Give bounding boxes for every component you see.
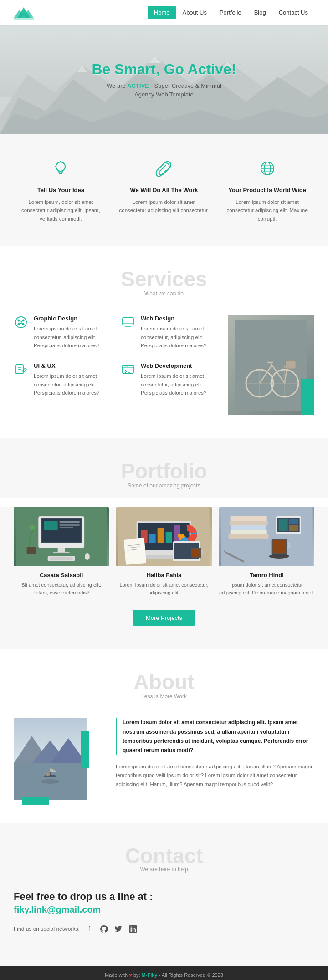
feature-title-work: We Will Do All The Work bbox=[118, 187, 210, 193]
feature-title-idea: Tell Us Your Idea bbox=[15, 187, 106, 193]
service-graphic-desc: Lorem ipsum dolor sit amet consectetur, … bbox=[34, 325, 112, 350]
linkedin-icon[interactable] bbox=[128, 924, 138, 934]
services-col-right: Web Design Lorem ipsum dolor sit amet co… bbox=[121, 315, 219, 410]
portfolio-text-2: Lorem ipsum dolor sit amet consectetur, … bbox=[116, 581, 211, 596]
hero-agency: Agency Web Template bbox=[92, 91, 236, 98]
lightbulb-icon bbox=[49, 157, 72, 180]
svg-rect-69 bbox=[58, 548, 65, 552]
portfolio-title-3: Tamro Hindi bbox=[219, 572, 314, 579]
portfolio-section: Casata Salsabil Sit amet consectetur, ad… bbox=[0, 507, 328, 649]
edit-icon bbox=[14, 362, 28, 377]
feature-item-idea: Tell Us Your Idea Lorem ipsum, dolor sit… bbox=[15, 157, 106, 223]
github-icon[interactable] bbox=[99, 924, 109, 934]
services-image bbox=[228, 315, 314, 415]
services-sub: What we can do bbox=[14, 290, 314, 297]
service-web-dev-text: Web Development Lorem ipsum dolor sit am… bbox=[141, 362, 219, 397]
svg-rect-73 bbox=[27, 547, 36, 554]
about-normal-text: Lorem ipsum dolor sit amet consectetur a… bbox=[116, 762, 314, 789]
service-ui-ux: UI & UX Lorem ipsum dolor sit amet conse… bbox=[14, 362, 112, 397]
svg-rect-80 bbox=[149, 534, 156, 543]
nav-portfolio[interactable]: Portfolio bbox=[213, 6, 248, 19]
nav-blog[interactable]: Blog bbox=[248, 6, 272, 19]
portfolio-grid: Casata Salsabil Sit amet consectetur, ad… bbox=[14, 507, 314, 596]
svg-point-104 bbox=[269, 554, 289, 559]
service-graphic-text: Graphic Design Lorem ipsum dolor sit ame… bbox=[34, 315, 112, 350]
portfolio-header: Portfolio Some of our amazing projects bbox=[0, 438, 328, 498]
feature-item-world: Your Product Is World Wide Lorem ipsum d… bbox=[222, 157, 313, 223]
service-ui-text: UI & UX Lorem ipsum dolor sit amet conse… bbox=[34, 362, 112, 397]
svg-rect-3 bbox=[14, 18, 34, 20]
service-web-dev: Web Development Lorem ipsum dolor sit am… bbox=[121, 362, 219, 397]
contact-sub: We are here to help bbox=[14, 866, 314, 873]
svg-line-17 bbox=[57, 163, 58, 164]
svg-rect-107 bbox=[278, 519, 287, 531]
hero-title: Be Smart, Go Active! bbox=[92, 61, 236, 78]
about-image bbox=[14, 718, 87, 800]
social-row: Find us on social networks: f bbox=[14, 924, 314, 934]
svg-point-29 bbox=[20, 321, 22, 324]
portfolio-title: Portfolio bbox=[14, 461, 314, 482]
svg-rect-70 bbox=[53, 552, 70, 553]
svg-rect-99 bbox=[231, 525, 266, 530]
about-bold-text: Lorem ipsum dolor sit amet consectetur a… bbox=[116, 718, 314, 755]
feature-text-idea: Lorem ipsum, dolor sit amet consectetur … bbox=[15, 198, 106, 223]
code-icon bbox=[121, 362, 135, 377]
svg-marker-120 bbox=[43, 775, 57, 777]
services-title: Services bbox=[14, 269, 314, 289]
svg-rect-75 bbox=[85, 553, 90, 560]
service-web-design: Web Design Lorem ipsum dolor sit amet co… bbox=[121, 315, 219, 350]
portfolio-text-1: Sit amet consectetur, adipiscing elit. T… bbox=[14, 581, 109, 596]
more-projects-button[interactable]: More Projects bbox=[133, 610, 195, 626]
monitor-icon bbox=[121, 315, 135, 330]
service-web-design-desc: Lorem ipsum dolor sit amet consectetur, … bbox=[141, 325, 219, 350]
svg-line-34 bbox=[25, 368, 26, 370]
services-grid: Graphic Design Lorem ipsum dolor sit ame… bbox=[14, 315, 314, 415]
svg-point-28 bbox=[22, 323, 25, 325]
about-sub: Less Is More Work bbox=[14, 693, 314, 700]
svg-point-24 bbox=[15, 317, 26, 328]
service-ui-title: UI & UX bbox=[34, 362, 112, 369]
about-header: About Less Is More Work bbox=[0, 649, 328, 709]
contact-section: Feel free to drop us a line at : fiky.li… bbox=[0, 882, 328, 966]
globe-icon bbox=[256, 157, 279, 180]
svg-point-42 bbox=[125, 366, 126, 367]
services-section: Graphic Design Lorem ipsum dolor sit ame… bbox=[0, 306, 328, 438]
footer-text: Made with ♥ by: M-Fiky - All Rights Rese… bbox=[105, 972, 223, 978]
hero-section: Be Smart, Go Active! We are ACTIVE - Sup… bbox=[0, 25, 328, 134]
paperclip-icon bbox=[152, 157, 176, 180]
portfolio-thumb-1 bbox=[14, 507, 109, 566]
svg-rect-82 bbox=[166, 532, 172, 543]
svg-rect-92 bbox=[124, 538, 147, 565]
svg-rect-98 bbox=[229, 521, 267, 525]
service-web-dev-desc: Lorem ipsum dolor sit amet consectetur, … bbox=[141, 372, 219, 397]
facebook-icon[interactable]: f bbox=[84, 924, 94, 934]
service-ui-desc: Lorem ipsum dolor sit amet consectetur, … bbox=[34, 372, 112, 397]
palette-icon bbox=[14, 315, 28, 330]
hero-subtitle: We are ACTIVE - Super Creative & Minimal bbox=[92, 82, 236, 89]
about-title: About bbox=[14, 671, 314, 692]
svg-rect-56 bbox=[286, 361, 296, 369]
nav-contact[interactable]: Contact Us bbox=[272, 6, 314, 19]
svg-rect-100 bbox=[230, 530, 266, 534]
hero-active-text: ACTIVE bbox=[127, 82, 149, 89]
hero-subtitle-prefix: We are bbox=[107, 82, 127, 89]
svg-rect-68 bbox=[60, 527, 73, 528]
svg-line-18 bbox=[64, 163, 65, 164]
svg-rect-67 bbox=[60, 524, 80, 526]
twitter-icon[interactable] bbox=[113, 924, 123, 934]
logo bbox=[14, 5, 34, 20]
svg-rect-35 bbox=[123, 318, 133, 325]
portfolio-sub: Some of our amazing projects bbox=[14, 482, 314, 489]
portfolio-title-1: Casata Salsabil bbox=[14, 572, 109, 579]
svg-point-123 bbox=[46, 772, 50, 776]
contact-email[interactable]: fiky.link@gmail.com bbox=[14, 904, 314, 915]
svg-point-41 bbox=[124, 366, 125, 367]
services-header: Services What we can do bbox=[0, 246, 328, 306]
nav-about[interactable]: About Us bbox=[176, 6, 213, 19]
about-content: Lorem ipsum dolor sit amet consectetur a… bbox=[14, 718, 314, 800]
contact-header: Contact We are here to help bbox=[0, 823, 328, 882]
svg-rect-81 bbox=[158, 528, 164, 543]
features-section: Tell Us Your Idea Lorem ipsum, dolor sit… bbox=[0, 134, 328, 246]
nav-home[interactable]: Home bbox=[148, 6, 176, 19]
navbar: Home About Us Portfolio Blog Contact Us bbox=[0, 0, 328, 25]
